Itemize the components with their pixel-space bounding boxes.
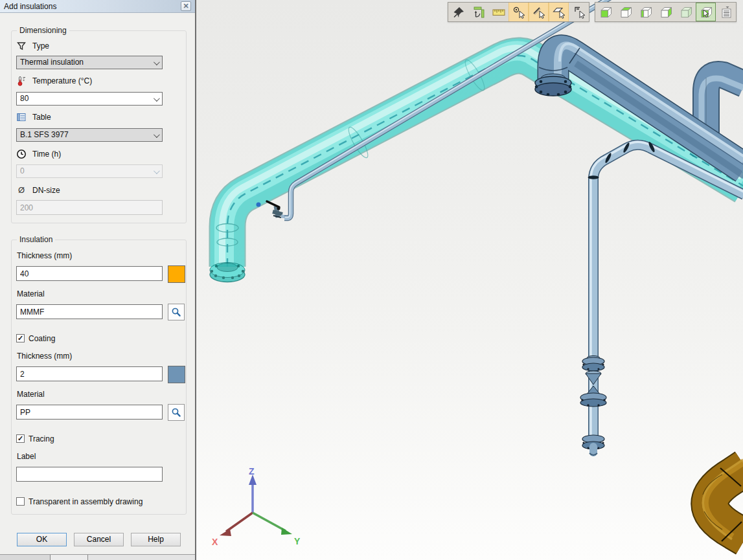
coating-material-label: Material [17, 390, 45, 399]
tracing-label: Tracing [29, 434, 54, 443]
table-label-row: Table [16, 111, 51, 122]
ruler-icon [492, 5, 506, 19]
label-field[interactable] [16, 467, 163, 482]
z-axis-label: Z [249, 466, 255, 476]
toolbar-button-ruler[interactable] [488, 3, 509, 21]
dn-size-field [16, 200, 163, 215]
type-label: Type [32, 41, 49, 50]
coating-color-swatch[interactable] [168, 366, 185, 383]
transparent-checkbox-row[interactable]: Transparent in assembly drawing [16, 497, 143, 506]
type-label-row: Type [16, 40, 49, 51]
snap-face-icon [552, 5, 566, 19]
support-point [257, 203, 261, 207]
toolbar-button-view-front[interactable] [595, 3, 615, 21]
coating-checkbox-row[interactable]: ✓ Coating [16, 333, 55, 343]
toolbar-button-view-right[interactable] [656, 3, 676, 21]
dimensioning-legend: Dimensioning [17, 26, 69, 35]
dialog-titlebar[interactable]: Add insulations ✕ [0, 0, 195, 13]
dialog-bottom-strip [0, 554, 195, 560]
insulated-pipe-flange[interactable] [210, 263, 245, 282]
material-search-button[interactable] [168, 304, 185, 320]
temperature-select[interactable]: 80 [16, 92, 163, 106]
dialog-buttons: OK Cancel Help [0, 533, 196, 546]
help-button[interactable]: Help [131, 533, 181, 546]
toolbar-group-views [595, 2, 737, 22]
snap-point-icon [512, 5, 526, 19]
toolbar-button-view-isometric[interactable] [676, 3, 696, 21]
chevron-down-icon [154, 95, 160, 102]
view-list-icon [719, 5, 733, 19]
view-front-icon [599, 5, 613, 19]
measure-dimension-icon [472, 5, 486, 19]
toolbar-button-snap-point[interactable] [509, 3, 529, 21]
snap-line-icon [532, 5, 546, 19]
dn-size-label-row: Ø DN-size [16, 185, 60, 196]
temperature-label-row: Temperature (°C) [16, 75, 92, 86]
insulation-color-swatch[interactable] [168, 265, 185, 283]
coating-material-search-button[interactable] [168, 404, 185, 421]
coating-thickness-label: Thickness (mm) [17, 352, 72, 361]
view-left-icon [639, 5, 653, 19]
y-axis-label: Y [294, 536, 301, 546]
view-pick-face-icon [699, 5, 713, 19]
thickness-field[interactable] [16, 266, 163, 281]
coating-thickness-field[interactable] [16, 366, 163, 381]
cancel-button[interactable]: Cancel [74, 533, 124, 546]
type-select[interactable]: Thermal insulation [16, 56, 163, 69]
transparent-label: Transparent in assembly drawing [29, 497, 143, 506]
toolbar-button-snap-edge[interactable] [569, 3, 589, 21]
time-label-row: Time (h) [16, 148, 61, 159]
funnel-icon [16, 41, 27, 51]
toolbar-button-view-left[interactable] [635, 3, 656, 21]
toolbar-button-snap-face[interactable] [549, 3, 569, 21]
insulation-legend: Insulation [17, 235, 55, 244]
table-icon [16, 112, 27, 122]
3d-viewport[interactable]: Z X Y [196, 0, 743, 560]
thermometer-icon [16, 76, 27, 86]
toolbar-button-view-pick-face[interactable] [696, 3, 716, 21]
viewport-toolbar [448, 2, 737, 22]
close-icon[interactable]: ✕ [181, 1, 191, 11]
tracing-checkbox-row[interactable]: ✓ Tracing [16, 434, 54, 443]
table-select[interactable]: B.1 SFS 3977 [16, 128, 163, 142]
chevron-down-icon [154, 168, 160, 174]
toolbar-button-view-list[interactable] [716, 3, 736, 21]
tracing-checkbox[interactable]: ✓ [16, 434, 25, 443]
coating-checkbox[interactable]: ✓ [16, 334, 25, 342]
search-icon [170, 306, 182, 318]
transparent-checkbox[interactable] [16, 497, 25, 506]
insulation-group: Insulation Thickness (mm) Material ✓ Coa… [11, 240, 187, 515]
time-label: Time (h) [32, 150, 61, 159]
time-select: 0 [16, 164, 163, 178]
toolbar-group-snap [448, 2, 589, 22]
view-right-icon [659, 5, 673, 19]
dialog-title: Add insulations [0, 2, 56, 11]
coating-material-field[interactable] [16, 405, 163, 420]
label-label: Label [17, 452, 36, 461]
material-label: Material [17, 289, 45, 298]
thickness-label: Thickness (mm) [17, 251, 72, 260]
view-isometric-icon [679, 5, 693, 19]
3d-scene[interactable]: Z X Y [196, 0, 743, 560]
toolbar-button-snap-line[interactable] [529, 3, 549, 21]
chevron-down-icon [154, 59, 160, 65]
table-label: Table [32, 113, 51, 122]
add-insulations-dialog: Add insulations ✕ Dimensioning Type Ther… [0, 0, 196, 560]
clock-icon [16, 149, 27, 159]
snap-edge-icon [572, 5, 586, 19]
material-field[interactable] [16, 304, 163, 319]
chevron-down-icon [154, 131, 160, 138]
dimensioning-group: Dimensioning Type Thermal insulation Tem… [11, 30, 187, 223]
pushpin-icon [452, 5, 466, 19]
search-icon [170, 407, 182, 418]
dn-size-label: DN-size [32, 186, 60, 195]
temperature-label: Temperature (°C) [32, 76, 92, 85]
coating-label: Coating [29, 334, 55, 343]
ok-button[interactable]: OK [17, 533, 67, 546]
toolbar-button-measure-dimension[interactable] [468, 3, 488, 21]
toolbar-button-pushpin[interactable] [448, 3, 468, 21]
diameter-icon: Ø [16, 185, 27, 195]
toolbar-button-view-top[interactable] [615, 3, 635, 21]
view-top-icon [619, 5, 633, 19]
x-axis-label: X [212, 537, 218, 547]
